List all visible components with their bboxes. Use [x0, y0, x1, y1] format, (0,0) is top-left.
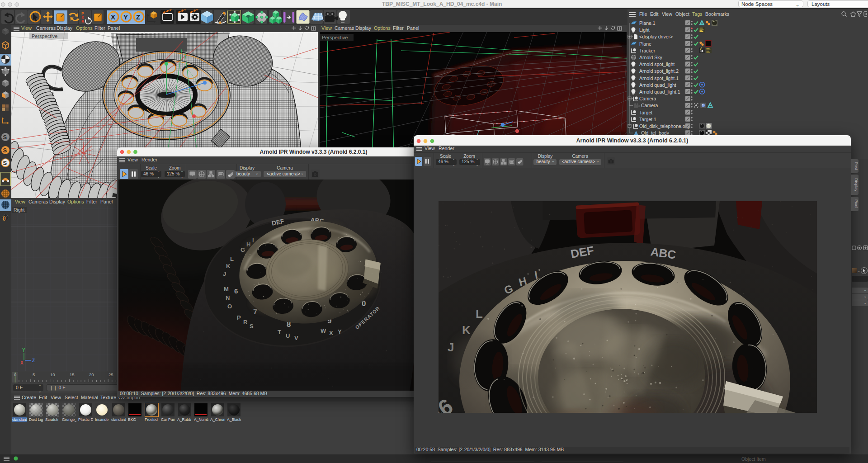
svg-text:U: U	[286, 332, 290, 339]
svg-text:X: X	[20, 360, 24, 365]
svg-text:Old_disk_telephone.obj: Old_disk_telephone.obj	[639, 123, 689, 129]
svg-text:Z: Z	[32, 358, 35, 363]
svg-text:Target.1: Target.1	[639, 117, 656, 122]
svg-text:L: L	[476, 307, 483, 321]
svg-text:R: R	[81, 19, 85, 24]
svg-text:M: M	[224, 286, 229, 293]
svg-text:20: 20	[89, 372, 94, 377]
svg-text:K: K	[462, 323, 471, 337]
svg-text:Light: Light	[639, 27, 650, 33]
svg-text:X: X	[329, 330, 333, 336]
svg-text:Z: Z	[136, 13, 140, 21]
svg-text:X: X	[111, 13, 115, 21]
svg-text:J: J	[448, 340, 454, 354]
svg-text:Y: Y	[338, 328, 342, 335]
svg-text:Camera: Camera	[639, 96, 656, 101]
svg-text:10: 10	[50, 372, 55, 377]
svg-text:15: 15	[70, 372, 75, 377]
svg-text:Camera: Camera	[641, 103, 658, 108]
svg-text:Target: Target	[639, 110, 652, 115]
svg-text:0: 0	[14, 372, 16, 377]
svg-text:Arnold quad_light.1: Arnold quad_light.1	[639, 89, 680, 94]
svg-text:T: T	[278, 329, 281, 335]
svg-text:25: 25	[108, 372, 113, 377]
svg-text:Y: Y	[123, 13, 128, 21]
svg-text:Plane: Plane	[639, 41, 651, 47]
svg-text:S: S	[3, 134, 7, 141]
svg-text:Y: Y	[22, 348, 25, 353]
svg-text:L: L	[230, 255, 234, 262]
svg-text:S: S	[250, 323, 254, 330]
svg-text:Arnold Sky: Arnold Sky	[639, 55, 663, 60]
svg-text:5: 5	[33, 372, 35, 377]
svg-text:<display driver>: <display driver>	[639, 34, 673, 39]
svg-text:Right: Right	[14, 207, 25, 213]
svg-text:R: R	[243, 319, 248, 326]
svg-text:J: J	[223, 270, 226, 277]
svg-text:Perspective: Perspective	[32, 33, 57, 39]
svg-text:V: V	[294, 335, 298, 341]
svg-text:Arnold quad_light: Arnold quad_light	[639, 82, 676, 88]
svg-text:S: S	[3, 147, 7, 154]
svg-text:W: W	[321, 327, 326, 334]
svg-text:Arnold spot_light.1: Arnold spot_light.1	[639, 76, 679, 81]
svg-text:Tracker: Tracker	[639, 48, 656, 53]
svg-text:O: O	[227, 303, 232, 310]
svg-text:N: N	[226, 294, 230, 301]
svg-text:S: S	[3, 160, 7, 166]
svg-text:Arnold spot_light.2: Arnold spot_light.2	[639, 68, 679, 74]
svg-text:P: P	[237, 314, 241, 321]
svg-text:6: 6	[234, 287, 238, 295]
svg-text:K: K	[226, 263, 231, 269]
svg-text:Plane.1: Plane.1	[639, 20, 656, 26]
svg-text:(): ()	[3, 216, 6, 221]
svg-text:Arnold spot_light: Arnold spot_light	[639, 61, 675, 67]
svg-text:Perspective: Perspective	[322, 35, 348, 40]
